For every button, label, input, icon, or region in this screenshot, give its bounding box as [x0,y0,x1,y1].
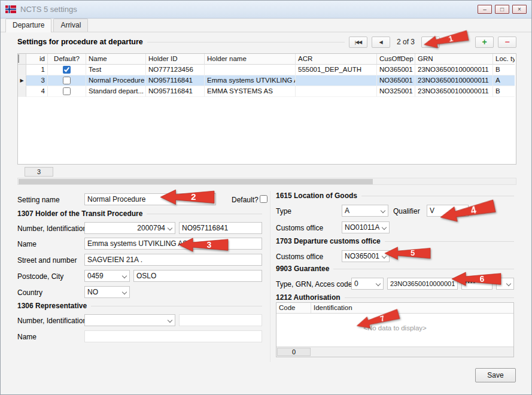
rep-number-select[interactable] [84,314,175,326]
section-title-authorisation: 1212 Authorisation [276,293,341,302]
rep-name-label: Name [17,333,37,341]
window-title: NCTS 5 settings [20,5,475,14]
add-record-button[interactable]: + [475,37,494,48]
location-type-value: A [345,206,378,215]
minus-icon: − [504,37,509,47]
save-button[interactable]: Save [475,368,516,382]
row-selector-cell [18,86,26,97]
cell-id: 3 [26,75,48,86]
column-header-id[interactable]: id [26,54,48,65]
cell-id: 1 [26,65,48,75]
departure-customs-office-value: NO365001 [345,252,379,260]
street-input[interactable] [84,254,262,266]
form-divider [270,191,270,362]
first-record-button[interactable]: |◀◀ [349,37,367,48]
default-checkbox[interactable] [260,195,267,203]
horizontal-scrollbar[interactable] [17,178,516,185]
section-authorisation: 1212 Authorisation [276,293,514,302]
city-input[interactable] [133,270,262,282]
settings-group-title: Settings for procedure at departure [17,38,143,46]
ncts-settings-window: NCTS 5 settings – □ × Departure Arrival … [0,0,532,395]
holder-name-input[interactable] [84,238,262,250]
delete-record-button[interactable]: − [498,37,516,48]
rep-name-input[interactable] [84,330,262,342]
holder-name-label: Name [17,240,37,248]
column-header-acr[interactable]: ACR [296,54,377,65]
column-header-name[interactable]: Name [86,54,146,65]
previous-record-button[interactable]: ◀ [372,37,390,48]
default-checkbox[interactable] [63,87,71,95]
first-record-icon: |◀◀ [355,40,361,45]
chevron-down-icon [376,281,381,286]
holder-number-identification-label: Number, Identification [17,224,87,233]
cell-holder-name: Emma systems UTVIKLING AS [205,75,296,86]
section-holder: 1307 Holder of the Transit Procedure [17,209,262,218]
column-header-holder-name[interactable]: Holder name [205,54,296,65]
location-customs-office-select[interactable]: NO01011A [342,221,390,233]
location-type-select[interactable]: A [342,205,388,217]
tab-departure[interactable]: Departure [5,19,51,32]
column-header-cusoffdep[interactable]: CusOffDep [377,54,415,65]
postcode-city-label: Postcode, City [17,272,63,281]
annotation-arrow-5: 5 [384,246,431,260]
cell-loc-type: A [493,75,515,86]
close-button[interactable]: × [512,5,527,14]
titlebar: NCTS 5 settings – □ × [1,1,531,19]
column-header-holder-id[interactable]: Holder ID [146,54,205,65]
grid-header-row: id Default? Name Holder ID Holder name A… [18,54,516,65]
holder-number-select[interactable]: 2000794 [84,222,175,234]
guarantee-type-select[interactable]: 0 [351,278,384,290]
table-row-selected[interactable]: ▶ 3 Normal Procedure NO957116841 Emma sy… [18,75,516,86]
annotation-arrow-3: 3 [178,237,229,253]
record-pager-label: 2 of 3 [394,38,417,46]
departure-customs-office-select[interactable]: NO365001 [342,250,390,262]
default-checkbox[interactable] [63,66,71,74]
chevron-down-icon [168,226,172,230]
column-header-loc-type[interactable]: Loc. type [493,54,515,65]
column-header-default[interactable]: Default? [48,54,86,65]
chevron-down-icon [382,225,387,230]
section-title-departure-office: 1703 Departure customs office [276,237,381,245]
horizontal-scrollbar-thumb[interactable] [19,179,373,184]
country-select[interactable]: NO [84,286,130,298]
maximize-button[interactable]: □ [495,5,509,14]
cell-loc-type: B [493,65,515,75]
grid-corner-cell [18,54,26,65]
cell-cusoffdep: NO365001 [377,75,415,86]
cell-name: Test [86,65,146,75]
section-title-location: 1615 Location of Goods [276,192,357,200]
section-title-representative: 1306 Representative [17,302,87,310]
location-customs-office-value: NO01011A [345,223,379,232]
tab-arrival[interactable]: Arrival [53,19,88,32]
minimize-button[interactable]: – [478,5,492,14]
annotation-arrow-2: 2 [160,189,215,206]
column-header-code[interactable]: Code [276,303,311,313]
qualifier-label: Qualifier [393,207,420,215]
cell-id: 4 [26,86,48,97]
holder-identification-input[interactable] [179,222,262,234]
cell-cusoffdep: NO325001 [377,86,415,97]
table-row[interactable]: 4 Standard depart... NO957116841 EMMA SY… [18,86,516,97]
cell-grn: 23NO36500100000011 [415,65,493,75]
svg-text:3: 3 [206,240,211,250]
location-customs-office-label: Customs office [276,224,323,232]
column-header-grn[interactable]: GRN [415,54,493,65]
cell-cusoffdep: NO365001 [377,65,415,75]
cell-loc-type: B [493,86,515,97]
cell-grn: 23NO36500100000011 [415,75,493,86]
svg-text:6: 6 [479,274,484,284]
default-checkbox[interactable] [63,77,71,84]
previous-record-icon: ◀ [379,40,382,45]
table-row[interactable]: 1 Test NO777123456 555001_DEP_AUTH NO365… [18,65,516,75]
chevron-down-icon [506,281,511,286]
rep-identification-input[interactable] [179,314,262,326]
row-selector-cell: ▶ [18,75,26,86]
section-title-holder: 1307 Holder of the Transit Procedure [17,209,142,218]
column-header-identification[interactable]: Identification [311,303,513,313]
record-count-box: 3 [25,167,53,177]
location-type-label: Type [276,207,291,215]
postcode-select[interactable]: 0459 [84,270,130,282]
chevron-down-icon [122,274,127,278]
guarantee-grn-input[interactable] [387,278,458,290]
grid-icon [18,54,19,63]
